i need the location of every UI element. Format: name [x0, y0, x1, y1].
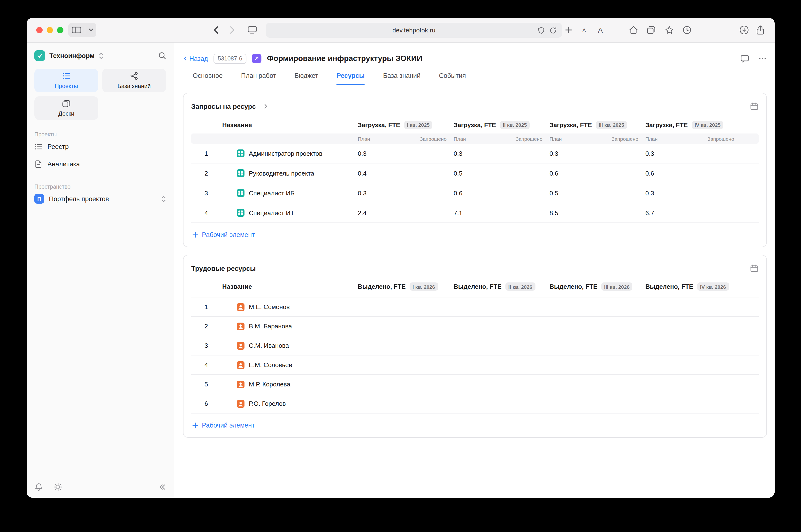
plan-cell[interactable]: 0.6 — [451, 189, 513, 196]
history-button[interactable] — [682, 26, 691, 34]
plus-icon — [565, 26, 572, 34]
settings-gear-icon[interactable] — [54, 483, 62, 491]
row-name-cell: С.М. Иванова — [215, 342, 355, 349]
chevron-left-icon — [183, 55, 187, 62]
plan-cell[interactable]: 0.6 — [642, 170, 705, 177]
zoom-button[interactable] — [57, 27, 63, 33]
quarter-badge: III кв. 2026 — [601, 282, 633, 291]
group-label: Выделено, FTE — [549, 283, 597, 290]
add-work-item-button[interactable]: Рабочий элемент — [191, 227, 759, 242]
address-bar[interactable]: dev.tehpotok.ru — [266, 23, 562, 38]
increase-font-button[interactable]: A — [598, 26, 603, 34]
bookmark-button[interactable] — [665, 26, 674, 34]
new-tab-button[interactable] — [565, 26, 572, 34]
workspace-switcher-icon[interactable] — [99, 52, 104, 59]
row-name: Специалист ИТ — [249, 209, 294, 216]
plan-cell[interactable]: 0.3 — [355, 189, 417, 196]
plan-cell[interactable]: 0.3 — [642, 189, 705, 196]
tab-main[interactable]: Основное — [193, 72, 223, 85]
plan-cell[interactable]: 0.5 — [547, 189, 608, 196]
subcol-plan: План — [642, 136, 705, 141]
table-row[interactable]: 1 М.Е. Семенов — [191, 298, 759, 317]
downloads-button[interactable] — [739, 25, 749, 35]
share-button[interactable] — [756, 25, 764, 35]
search-icon[interactable] — [158, 52, 166, 59]
browser-toolbar: dev.tehpotok.ru A A — [26, 18, 775, 42]
plus-icon — [192, 422, 199, 428]
calendar-icon[interactable] — [750, 102, 759, 111]
group-label: Выделено, FTE — [358, 283, 406, 290]
plan-cell[interactable]: 2.4 — [355, 209, 417, 216]
sidebar-item-boards[interactable]: Доски — [34, 96, 98, 120]
resource-table-subheader: План Запрошено План Запрошено План Запро… — [191, 133, 759, 144]
plan-cell[interactable]: 0.4 — [355, 170, 417, 177]
row-name-cell: М.Е. Семенов — [215, 303, 355, 311]
person-icon — [237, 361, 244, 369]
tab-knowledge[interactable]: База знаний — [383, 72, 421, 85]
role-icon — [237, 209, 244, 217]
table-row[interactable]: 3 Специалист ИБ 0.3 0.6 0.5 0.3 — [191, 183, 759, 203]
tab-budget[interactable]: Бюджет — [295, 72, 318, 85]
subcol-requested: Запрошено — [705, 136, 738, 141]
table-row[interactable]: 4 Е.М. Соловьев — [191, 356, 759, 375]
column-header-q1: Загрузка, FTEI кв. 2025 — [355, 121, 451, 129]
table-row[interactable]: 5 М.Р. Королева — [191, 375, 759, 394]
browser-window: dev.tehpotok.ru A A — [26, 18, 775, 498]
sidebar-item-projects[interactable]: Проекты — [34, 69, 98, 92]
table-row[interactable]: 6 Р.О. Горелов — [191, 394, 759, 414]
table-row[interactable]: 2 Руководитель проекта 0.4 0.5 0.6 0.6 — [191, 164, 759, 183]
plan-cell[interactable]: 0.6 — [547, 170, 608, 177]
plan-cell[interactable]: 7.1 — [451, 209, 513, 216]
plan-cell[interactable]: 0.3 — [547, 150, 608, 157]
table-row[interactable]: 4 Специалист ИТ 2.4 7.1 8.5 6.7 — [191, 203, 759, 223]
sidebar-item-portfolio[interactable]: П Портфель проектов — [34, 191, 166, 207]
sidebar-item-knowledge-base[interactable]: База знаний — [102, 69, 166, 92]
sidebar-toggle-button[interactable] — [68, 23, 96, 37]
chevron-right-icon — [230, 26, 235, 34]
plan-cell[interactable]: 0.3 — [642, 150, 705, 157]
more-options-icon[interactable] — [758, 54, 767, 63]
plan-cell[interactable]: 0.3 — [355, 150, 417, 157]
plan-cell[interactable]: 6.7 — [642, 209, 705, 216]
tab-resources[interactable]: Ресурсы — [336, 72, 365, 85]
calendar-icon[interactable] — [750, 264, 759, 273]
close-button[interactable] — [36, 27, 42, 33]
chevron-right-icon[interactable] — [262, 103, 269, 110]
chevron-left-icon — [214, 26, 218, 34]
minimize-button[interactable] — [47, 27, 53, 33]
tab-work-plan[interactable]: План работ — [241, 72, 276, 85]
row-index: 4 — [191, 361, 215, 368]
row-index: 3 — [191, 342, 215, 349]
group-label: Загрузка, FTE — [358, 121, 400, 128]
reload-icon[interactable] — [549, 26, 557, 34]
plan-cell[interactable]: 0.3 — [451, 150, 513, 157]
back-button[interactable] — [214, 26, 218, 34]
table-row[interactable]: 2 В.М. Баранова — [191, 317, 759, 336]
collapse-sidebar-icon[interactable] — [158, 483, 166, 491]
sidebar-item-analytics[interactable]: Аналитика — [34, 156, 166, 172]
home-button[interactable] — [629, 26, 638, 34]
screen-icon[interactable] — [248, 26, 257, 34]
notifications-bell-icon[interactable] — [34, 483, 43, 491]
table-row[interactable]: 3 С.М. Иванова — [191, 336, 759, 356]
row-name: Р.О. Горелов — [249, 400, 286, 407]
add-work-item-button[interactable]: Рабочий элемент — [191, 418, 759, 432]
download-icon — [739, 25, 749, 35]
plan-cell[interactable]: 0.5 — [451, 170, 513, 177]
decrease-font-button[interactable]: A — [582, 27, 586, 33]
row-name-cell: Е.М. Соловьев — [215, 361, 355, 369]
sidebar-item-registry[interactable]: Реестр — [34, 138, 166, 155]
person-icon — [237, 400, 244, 407]
privacy-shield-icon[interactable] — [538, 26, 545, 34]
tab-overview-button[interactable] — [647, 26, 656, 34]
expander-icon[interactable] — [161, 195, 166, 203]
comments-icon[interactable] — [740, 54, 749, 63]
table-row[interactable]: 1 Администратор проектов 0.3 0.3 0.3 0.3 — [191, 144, 759, 164]
row-name: Е.М. Соловьев — [249, 361, 292, 368]
group-label: Загрузка, FTE — [645, 121, 688, 128]
back-link[interactable]: Назад — [183, 55, 208, 62]
plan-cell[interactable]: 8.5 — [547, 209, 608, 216]
chevron-down-icon — [88, 28, 93, 32]
tab-events[interactable]: События — [439, 72, 466, 85]
forward-button[interactable] — [230, 26, 235, 34]
